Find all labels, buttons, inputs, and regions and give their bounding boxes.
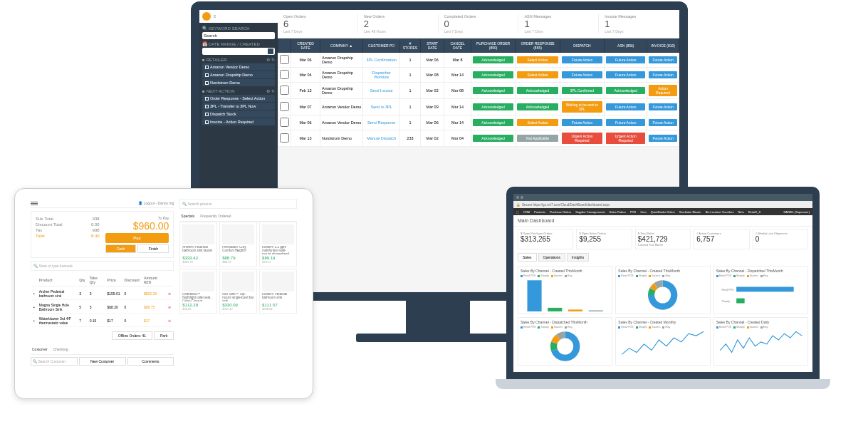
table-header[interactable]: CANCEL DATE (444, 39, 471, 53)
table-header[interactable]: ASN (856) (605, 39, 647, 53)
park-button[interactable]: Park (154, 331, 174, 340)
status-badge[interactable]: Future Action (562, 71, 602, 78)
table-row[interactable]: Mar 13Nordstrom DemoManual Dispatch233Ma… (278, 130, 679, 147)
user-menu[interactable]: DANIEL (Superuser) (783, 210, 810, 214)
table-header[interactable]: START DATE (421, 39, 444, 53)
finish-button[interactable]: Finish (137, 244, 169, 253)
status-badge[interactable]: Acknowledged (517, 103, 558, 110)
row-checkbox[interactable] (280, 86, 289, 95)
product-card[interactable]: Riverbend™ Nightlight toilet seat, Quiet… (179, 269, 217, 314)
product-card[interactable]: Persuade® Curv Comfort Height®$88.79$88.… (219, 222, 257, 267)
status-badge[interactable]: Select Action (517, 56, 558, 63)
nav-item[interactable]: Purchase Orders (550, 210, 571, 214)
row-checkbox[interactable] (280, 118, 289, 127)
table-row[interactable]: Feb 13Amazon Dropship DemoSend Invoice1M… (278, 83, 679, 99)
nav-item[interactable]: Bin Location Transfers (706, 210, 734, 214)
status-badge[interactable]: Acknowledged (473, 71, 513, 78)
status-badge[interactable]: Acknowledged (473, 87, 513, 94)
menu-icon[interactable]: ≡ (214, 14, 216, 19)
next-action-item[interactable]: 3PL - Transfer to 3PL Now (202, 103, 275, 110)
nav-item[interactable]: CRM (523, 210, 530, 214)
retailer-item[interactable]: Nordstrom Demo (202, 79, 275, 86)
table-row[interactable]: Mar 06Amazon Dropship Demo3PL Confirmati… (278, 53, 679, 68)
menu-icon[interactable] (31, 202, 38, 205)
specials-tab[interactable]: Specials (179, 212, 196, 219)
table-row[interactable]: Mar 06Amazon Vendor DemoSend Response1Ma… (278, 115, 679, 130)
table-row[interactable]: Mar 07Amazon Vendor DemoSend to 3PL1Mar … (278, 99, 679, 115)
cash-button[interactable]: Cash (105, 244, 137, 253)
delete-icon[interactable]: ⊖ (167, 288, 172, 300)
next-action-item[interactable]: Order Response - Select Action (202, 95, 275, 102)
delete-icon[interactable]: ⊖ (167, 315, 172, 327)
nav-item[interactable]: Retail2_S (748, 210, 760, 214)
cart-row[interactable]: ▪Waterblower 3rd 4/F thermostatic value7… (32, 315, 172, 327)
date-input[interactable] (202, 48, 275, 55)
status-badge[interactable]: Urgent Action Required (562, 133, 602, 144)
nav-item[interactable]: Stocktake Master (679, 210, 701, 214)
status-badge[interactable]: Acknowledged (606, 87, 645, 94)
url-bar[interactable]: 🔒Secure https://go.cin7.com/Cloud/DashBo… (513, 201, 812, 208)
search-input[interactable]: Search (202, 32, 275, 39)
table-header[interactable]: PURCHASE ORDER (850) (471, 39, 515, 53)
dashboard-tab[interactable]: Sales (518, 253, 537, 262)
retailer-item[interactable]: Amazon Vendor Demo (202, 63, 275, 71)
status-badge[interactable]: Acknowledged (473, 119, 513, 126)
table-header[interactable] (278, 39, 291, 53)
status-badge[interactable]: Acknowledged (473, 103, 513, 110)
status-badge[interactable]: Select Action (517, 71, 558, 78)
nav-item[interactable]: Xero (640, 210, 646, 214)
status-badge[interactable]: Future Action (649, 135, 677, 142)
next-action-item[interactable]: Invoice - Action Required (202, 118, 275, 125)
cart-row[interactable]: ▪Magna Single Hole Bathroom Sink53$68.20… (32, 301, 172, 314)
nav-item[interactable]: Nets (738, 210, 743, 214)
row-checkbox[interactable] (280, 70, 289, 79)
status-badge[interactable]: Select Action (517, 119, 558, 126)
product-search[interactable]: 🔍 Search product (179, 199, 297, 209)
row-checkbox[interactable] (280, 133, 289, 143)
status-badge[interactable]: Not Applicable (517, 135, 558, 142)
status-badge[interactable]: Future Action (606, 71, 645, 78)
table-header[interactable]: # STORES (399, 39, 420, 53)
comments-button[interactable]: Comments (127, 357, 174, 366)
product-card[interactable]: Archer® Pedestal bathroom sink faucet$33… (179, 222, 217, 267)
nav-item[interactable]: POS (630, 210, 636, 214)
nav-item[interactable]: QuickBooks Online (651, 210, 675, 214)
cart-row[interactable]: ▪Archer Pedestal bathroom sink33$159.010… (32, 288, 172, 300)
status-badge[interactable]: Future Action (649, 71, 677, 78)
status-badge[interactable]: Future Action (606, 119, 645, 126)
dashboard-tab[interactable]: Operations (538, 253, 565, 262)
status-badge[interactable]: Future Action (649, 119, 677, 126)
status-badge[interactable]: Future Action (606, 103, 645, 110)
user-label[interactable]: 👤 Logout - Danny Ing (138, 201, 174, 205)
offline-orders-button[interactable]: Offline Orders: 41 (112, 331, 152, 340)
row-checkbox[interactable] (280, 102, 289, 111)
pay-button[interactable]: Pay (105, 233, 169, 243)
next-action-item[interactable]: Dispatch Stock (202, 110, 275, 118)
retailer-item[interactable]: Amazon Dropship Demo (202, 71, 275, 78)
table-header[interactable]: CUSTOMER PO (363, 39, 400, 53)
status-badge[interactable]: Future Action (606, 56, 645, 63)
status-badge[interactable]: Waiting to be sent to 3PL (562, 101, 602, 113)
calendar-icon[interactable] (268, 48, 273, 54)
delete-icon[interactable]: ⊖ (167, 301, 172, 314)
product-card[interactable]: Kohler® Pedestal bathroom sink$111.57$20… (259, 269, 297, 314)
table-header[interactable]: INVOICE (810) (647, 39, 679, 53)
table-row[interactable]: Mar 04Amazon Dropship DemoDispatcher Wor… (278, 68, 679, 83)
status-badge[interactable]: Acknowledged (473, 135, 513, 142)
status-badge[interactable]: Action Required (649, 85, 677, 96)
status-badge[interactable]: Future Action (649, 103, 677, 110)
row-checkbox[interactable] (280, 55, 289, 64)
customer-tab[interactable]: Customer (31, 346, 49, 353)
table-header[interactable]: CREATED DATE (291, 39, 320, 53)
dashboard-tab[interactable]: Insights (567, 253, 589, 262)
new-customer-button[interactable]: New Customer (79, 357, 126, 366)
barcode-input[interactable]: 🔍 Scan or type barcode (31, 261, 174, 271)
customer-search[interactable]: 🔍 Search Customer (31, 357, 78, 366)
nav-item[interactable]: Supplier Consignments (575, 210, 605, 214)
status-badge[interactable]: Future Action (649, 56, 677, 63)
nav-item[interactable]: Products (534, 210, 545, 214)
freq-tab[interactable]: Frequently Ordered (199, 212, 232, 219)
status-badge[interactable]: Future Action (562, 56, 602, 63)
status-badge[interactable]: 3PL Confirmed (562, 87, 602, 94)
table-header[interactable]: COMPANY ▲ (320, 39, 362, 53)
